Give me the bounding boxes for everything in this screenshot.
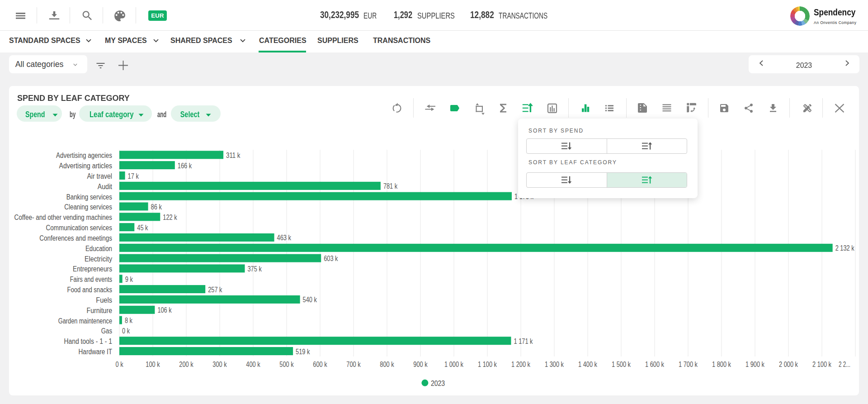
svg-text:400 k: 400 k xyxy=(246,361,260,368)
svg-text:600 k: 600 k xyxy=(313,361,327,368)
svg-text:519 k: 519 k xyxy=(296,348,310,356)
svg-text:Fuels: Fuels xyxy=(96,296,112,304)
svg-text:Garden maintenence: Garden maintenence xyxy=(58,317,112,325)
svg-text:1 171 k: 1 171 k xyxy=(514,337,533,345)
svg-text:Audit: Audit xyxy=(98,183,113,190)
svg-text:311 k: 311 k xyxy=(226,152,241,159)
svg-text:Advertising articles: Advertising articles xyxy=(59,162,112,170)
svg-text:Electricity: Electricity xyxy=(85,255,112,263)
svg-text:Communication services: Communication services xyxy=(46,224,112,232)
svg-text:Furniture: Furniture xyxy=(87,307,112,314)
svg-text:Food and snacks: Food and snacks xyxy=(67,286,113,294)
svg-text:603 k: 603 k xyxy=(324,255,338,262)
svg-text:1 200 k: 1 200 k xyxy=(511,361,531,368)
svg-text:Entrepreneurs: Entrepreneurs xyxy=(73,265,112,273)
svg-text:1 600 k: 1 600 k xyxy=(645,361,665,368)
svg-text:200 k: 200 k xyxy=(179,361,193,368)
svg-text:1 000 k: 1 000 k xyxy=(444,361,464,368)
svg-text:1 500 k: 1 500 k xyxy=(612,361,631,368)
svg-text:9 k: 9 k xyxy=(125,276,133,283)
svg-text:Air travel: Air travel xyxy=(87,172,112,180)
svg-text:2 132 k: 2 132 k xyxy=(835,244,855,252)
svg-text:Hand tools - 1 - 1: Hand tools - 1 - 1 xyxy=(64,337,112,345)
svg-text:Banking services: Banking services xyxy=(66,193,112,201)
svg-text:Advertising agencies: Advertising agencies xyxy=(56,152,112,159)
svg-text:166 k: 166 k xyxy=(178,162,192,170)
svg-text:Hardware IT: Hardware IT xyxy=(79,348,113,356)
svg-text:1 700 k: 1 700 k xyxy=(679,361,698,368)
svg-text:122 k: 122 k xyxy=(163,214,177,221)
svg-text:800 k: 800 k xyxy=(380,361,394,368)
svg-text:540 k: 540 k xyxy=(303,296,317,304)
svg-text:500 k: 500 k xyxy=(279,361,294,368)
svg-text:Cleaning services: Cleaning services xyxy=(64,203,112,211)
svg-text:2 000 k: 2 000 k xyxy=(779,361,798,368)
svg-text:1 300 k: 1 300 k xyxy=(545,361,564,368)
svg-text:900 k: 900 k xyxy=(413,361,428,368)
svg-text:463 k: 463 k xyxy=(277,234,292,242)
svg-text:1 100 k: 1 100 k xyxy=(478,361,497,368)
svg-text:1 800 k: 1 800 k xyxy=(712,361,731,368)
svg-text:Conferences and meetings: Conferences and meetings xyxy=(39,234,112,242)
svg-text:106 k: 106 k xyxy=(157,306,172,314)
svg-text:300 k: 300 k xyxy=(212,361,227,368)
svg-text:Coffee- and other vending mach: Coffee- and other vending machines xyxy=(14,214,112,221)
svg-text:375 k: 375 k xyxy=(248,265,262,273)
svg-text:100 k: 100 k xyxy=(146,361,160,368)
svg-text:2 100 k: 2 100 k xyxy=(812,361,832,368)
svg-text:17 k: 17 k xyxy=(128,172,139,180)
svg-text:Education: Education xyxy=(85,245,112,252)
svg-text:0 k: 0 k xyxy=(122,327,130,335)
svg-text:2023: 2023 xyxy=(431,379,445,388)
svg-text:781 k: 781 k xyxy=(383,182,398,190)
svg-text:Gas: Gas xyxy=(101,327,112,335)
svg-text:1 400 k: 1 400 k xyxy=(578,361,598,368)
svg-text:8 k: 8 k xyxy=(125,317,133,324)
svg-text:2 2...: 2 2... xyxy=(839,361,850,368)
svg-text:Fairs and events: Fairs and events xyxy=(70,276,112,283)
svg-text:700 k: 700 k xyxy=(346,361,361,368)
svg-text:0 k: 0 k xyxy=(115,361,123,368)
svg-text:45 k: 45 k xyxy=(137,224,148,232)
svg-text:257 k: 257 k xyxy=(208,286,222,294)
svg-text:86 k: 86 k xyxy=(151,203,162,211)
svg-text:1 900 k: 1 900 k xyxy=(745,361,765,368)
